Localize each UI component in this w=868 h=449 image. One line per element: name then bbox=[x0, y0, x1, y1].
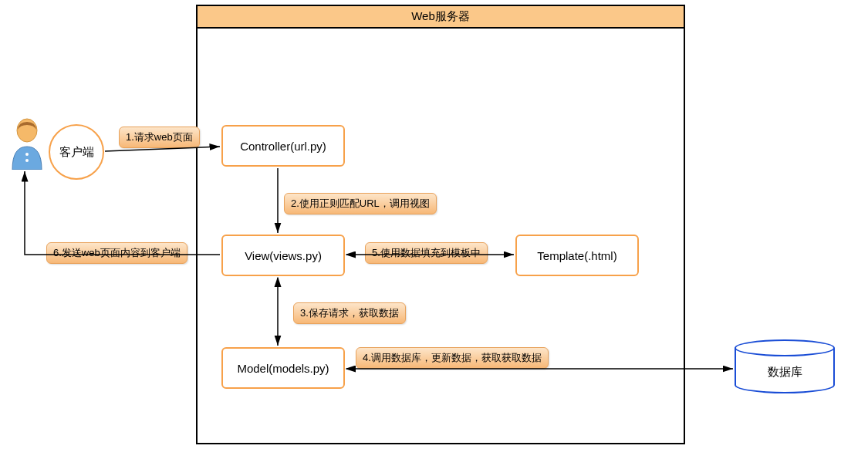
step3-label: 3.保存请求，获取数据 bbox=[293, 302, 406, 324]
step5-label: 5.使用数据填充到模板中 bbox=[365, 242, 488, 264]
database-node: 数据库 bbox=[735, 339, 835, 393]
client-node: 客户端 bbox=[49, 124, 104, 180]
svg-point-1 bbox=[25, 153, 29, 156]
step1-label: 1.请求web页面 bbox=[119, 127, 200, 148]
controller-label: Controller(url.py) bbox=[240, 140, 326, 153]
database-label: 数据库 bbox=[768, 365, 802, 380]
client-label: 客户端 bbox=[59, 145, 94, 160]
template-node: Template(.html) bbox=[515, 235, 639, 276]
user-icon bbox=[6, 117, 48, 170]
web-server-title: Web服务器 bbox=[198, 6, 684, 29]
template-label: Template(.html) bbox=[537, 249, 616, 262]
step6-label: 6.发送web页面内容到客户端 bbox=[46, 242, 187, 264]
model-label: Model(models.py) bbox=[237, 362, 329, 375]
svg-point-2 bbox=[25, 159, 29, 162]
model-node: Model(models.py) bbox=[221, 347, 345, 389]
cylinder-top bbox=[735, 339, 835, 356]
view-label: View(views.py) bbox=[245, 249, 322, 262]
controller-node: Controller(url.py) bbox=[221, 125, 345, 167]
step4-label: 4.调用数据库，更新数据，获取获取数据 bbox=[356, 347, 549, 369]
view-node: View(views.py) bbox=[221, 235, 345, 276]
step2-label: 2.使用正则匹配URL，调用视图 bbox=[284, 193, 437, 214]
